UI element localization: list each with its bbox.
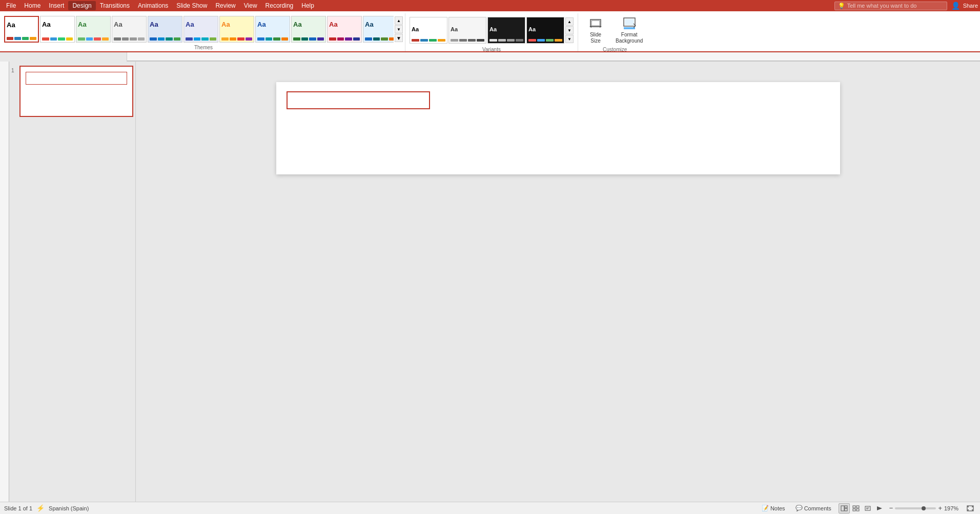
variants-scroll: ▲ ▼ ▼: [565, 17, 574, 43]
theme-thumb-3[interactable]: Aa: [112, 16, 147, 43]
variants-scroll-up[interactable]: ▲: [565, 17, 574, 26]
variants-group: AaAaAaAa ▲ ▼ ▼ Variants: [405, 13, 578, 51]
menu-review[interactable]: Review: [211, 1, 239, 10]
menu-help[interactable]: Help: [297, 1, 318, 10]
themes-group: AaAaAaAaAaAaAaAaAaAaAaAa ▲ ▼ ▼ Themes: [2, 13, 405, 51]
svg-rect-8: [841, 506, 844, 511]
search-box[interactable]: 💡: [834, 2, 947, 10]
share-button[interactable]: Share: [963, 3, 978, 9]
theme-aa-10: Aa: [363, 16, 394, 31]
svg-rect-15: [865, 506, 870, 510]
svg-marker-18: [877, 506, 882, 510]
slide-size-label: SlideSize: [590, 32, 601, 44]
zoom-area: − + 197%: [889, 504, 961, 512]
search-input[interactable]: [847, 3, 940, 9]
themes-scroll-down[interactable]: ▼: [395, 25, 403, 33]
menu-file[interactable]: File: [2, 1, 20, 10]
slides-panel: 1: [9, 62, 136, 502]
theme-aa-5: Aa: [184, 16, 218, 31]
theme-thumb-5[interactable]: Aa: [183, 16, 218, 43]
comments-icon: 💬: [795, 505, 803, 511]
zoom-slider[interactable]: [895, 507, 936, 509]
menu-design[interactable]: Design: [68, 1, 95, 10]
themes-list: AaAaAaAaAaAaAaAaAaAaAaAa: [4, 16, 394, 43]
view-buttons: [839, 503, 885, 513]
workspace: 1: [0, 62, 980, 502]
zoom-slider-thumb: [922, 506, 926, 510]
svg-rect-7: [0, 62, 9, 502]
slide-canvas[interactable]: [276, 82, 840, 174]
ruler-area: [0, 52, 980, 62]
canvas-area[interactable]: [136, 62, 980, 502]
theme-aa-6: Aa: [220, 16, 254, 31]
horizontal-ruler: [127, 52, 980, 61]
slide-thumb-img-1[interactable]: [19, 66, 133, 117]
slide-info: Slide 1 of 1: [4, 505, 32, 511]
svg-rect-13: [853, 509, 855, 511]
theme-thumb-9[interactable]: Aa: [327, 16, 362, 43]
menu-home[interactable]: Home: [20, 1, 45, 10]
theme-aa-4: Aa: [148, 16, 182, 31]
theme-thumb-6[interactable]: Aa: [219, 16, 254, 43]
theme-thumb-2[interactable]: Aa: [76, 16, 111, 43]
themes-label: Themes: [4, 43, 403, 51]
zoom-percent[interactable]: 197%: [944, 505, 961, 511]
variant-thumb-3[interactable]: Aa: [526, 17, 564, 44]
theme-aa-0: Aa: [5, 17, 38, 31]
variants-scroll-down[interactable]: ▼: [565, 26, 574, 34]
theme-thumb-7[interactable]: Aa: [255, 16, 290, 43]
menu-bar: File Home Insert Design Transitions Anim…: [0, 0, 980, 11]
svg-rect-1: [591, 21, 600, 26]
status-bar: Slide 1 of 1 ⚡ Spanish (Spain) 📝 Notes 💬…: [0, 502, 980, 514]
svg-rect-12: [856, 506, 859, 508]
theme-thumb-10[interactable]: Aa: [363, 16, 394, 43]
comments-button[interactable]: 💬 Comments: [792, 503, 834, 513]
theme-aa-7: Aa: [256, 16, 290, 31]
theme-aa-1: Aa: [40, 16, 74, 31]
fit-to-window-button[interactable]: [965, 503, 976, 513]
variants-scroll-more[interactable]: ▼: [565, 35, 574, 43]
theme-thumb-0[interactable]: Aa: [4, 16, 39, 43]
variant-thumb-0[interactable]: Aa: [410, 17, 447, 44]
theme-thumb-8[interactable]: Aa: [291, 16, 326, 43]
notes-icon: 📝: [762, 505, 769, 511]
slide-size-button[interactable]: SlideSize: [582, 15, 609, 45]
normal-view-button[interactable]: [839, 503, 850, 513]
menu-view[interactable]: View: [240, 1, 261, 10]
menu-slideshow[interactable]: Slide Show: [172, 1, 211, 10]
menu-insert[interactable]: Insert: [45, 1, 68, 10]
vertical-ruler: [0, 62, 9, 502]
themes-scroll-up[interactable]: ▲: [395, 16, 403, 25]
theme-aa-9: Aa: [328, 16, 361, 31]
slide-thumbnail-1[interactable]: 1: [11, 66, 133, 117]
themes-scroll-more[interactable]: ▼: [395, 34, 403, 42]
theme-thumb-4[interactable]: Aa: [148, 16, 182, 43]
theme-aa-2: Aa: [76, 16, 110, 31]
svg-rect-10: [845, 508, 847, 511]
lightbulb-icon: 💡: [838, 3, 845, 9]
format-background-label: FormatBackground: [616, 32, 643, 44]
notes-button[interactable]: 📝 Notes: [759, 503, 788, 513]
variant-thumb-2[interactable]: Aa: [487, 17, 525, 44]
theme-thumb-1[interactable]: Aa: [40, 16, 75, 43]
notes-label: Notes: [770, 505, 785, 511]
variant-thumb-1[interactable]: Aa: [448, 17, 486, 44]
format-background-button[interactable]: FormatBackground: [611, 15, 647, 45]
customize-group: SlideSize FormatBackground Customize: [578, 13, 651, 51]
slide-size-icon: [587, 16, 604, 31]
slideshow-view-button[interactable]: [874, 503, 885, 513]
reading-view-button[interactable]: [862, 503, 873, 513]
zoom-in-button[interactable]: +: [938, 504, 942, 512]
language: Spanish (Spain): [49, 505, 89, 511]
ruler-corner: [0, 52, 127, 62]
svg-rect-11: [853, 506, 855, 508]
zoom-out-button[interactable]: −: [889, 504, 893, 512]
slide-number-1: 1: [11, 66, 17, 73]
format-background-icon: [621, 16, 638, 31]
menu-transitions[interactable]: Transitions: [96, 1, 134, 10]
slide-textbox[interactable]: [287, 91, 430, 109]
theme-aa-8: Aa: [292, 16, 325, 31]
menu-animations[interactable]: Animations: [134, 1, 172, 10]
slide-sorter-button[interactable]: [850, 503, 862, 513]
menu-recording[interactable]: Recording: [261, 1, 298, 10]
